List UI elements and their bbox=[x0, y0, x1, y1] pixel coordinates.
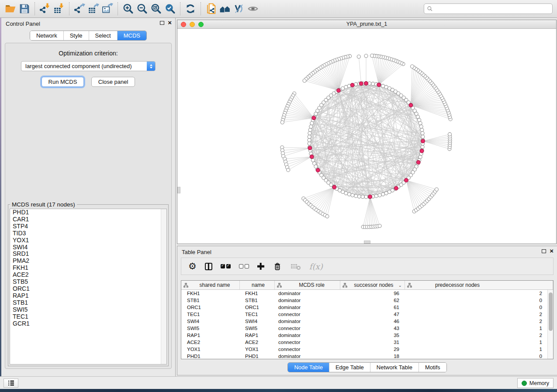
table-cell[interactable]: 1 bbox=[405, 325, 547, 332]
graph-node[interactable] bbox=[381, 193, 385, 196]
network-graph[interactable] bbox=[177, 29, 556, 244]
table-cell[interactable]: 46 bbox=[340, 318, 405, 325]
table-row[interactable]: TEC1TEC1connector472 bbox=[181, 311, 547, 318]
homes-icon[interactable] bbox=[218, 2, 232, 16]
mcds-result-item[interactable]: FKH1 bbox=[10, 265, 166, 272]
graph-node[interactable] bbox=[364, 54, 368, 58]
column-header-shared-name[interactable]: shared name bbox=[181, 281, 240, 289]
tab-motifs[interactable]: Motifs bbox=[419, 363, 446, 372]
table-cell[interactable]: 18 bbox=[340, 353, 405, 359]
graph-hub-node[interactable] bbox=[394, 186, 398, 190]
table-cell[interactable]: 62 bbox=[340, 297, 405, 304]
table-cell[interactable]: SWI5 bbox=[240, 325, 275, 332]
graph-node[interactable] bbox=[378, 193, 381, 197]
table-cell[interactable]: SWI4 bbox=[181, 318, 240, 325]
table-cell[interactable]: RAP1 bbox=[181, 332, 240, 339]
graph-node[interactable] bbox=[374, 194, 378, 198]
tab-mcds[interactable]: MCDS bbox=[117, 31, 146, 40]
minimize-window-light[interactable] bbox=[190, 22, 195, 27]
mcds-result-item[interactable]: RAP1 bbox=[10, 292, 166, 299]
table-cell[interactable]: ORC1 bbox=[240, 304, 275, 311]
table-cell[interactable]: ORC1 bbox=[181, 304, 240, 311]
table-cell[interactable]: connector bbox=[275, 346, 340, 353]
graph-node[interactable] bbox=[325, 215, 329, 218]
graph-node[interactable] bbox=[381, 84, 385, 88]
close-window-light[interactable] bbox=[181, 22, 186, 27]
graph-node[interactable] bbox=[347, 193, 351, 196]
graph-node[interactable] bbox=[420, 128, 424, 132]
memory-button[interactable]: Memory bbox=[517, 378, 554, 388]
import-table-icon[interactable] bbox=[52, 2, 66, 16]
table-scrollbar[interactable] bbox=[547, 290, 553, 359]
graph-node[interactable] bbox=[357, 55, 360, 58]
graph-node[interactable] bbox=[419, 125, 423, 128]
table-cell[interactable]: 29 bbox=[340, 346, 405, 353]
graph-node[interactable] bbox=[357, 195, 361, 198]
column-header-successor-nodes[interactable]: successor nodes⌄ bbox=[340, 281, 405, 289]
table-row[interactable]: SWI5SWI5connector431 bbox=[181, 325, 547, 332]
tab-style[interactable]: Style bbox=[63, 31, 89, 40]
table-cell[interactable]: 61 bbox=[340, 304, 405, 311]
graph-node[interactable] bbox=[368, 82, 371, 85]
table-cell[interactable]: FKH1 bbox=[181, 290, 240, 297]
tab-network-table[interactable]: Network Table bbox=[370, 363, 419, 372]
table-cell[interactable]: TEC1 bbox=[181, 311, 240, 318]
export-table-icon[interactable] bbox=[86, 2, 100, 16]
column-header-MCDS-role[interactable]: MCDS role bbox=[275, 281, 340, 289]
graph-node[interactable] bbox=[421, 135, 425, 138]
table-cell[interactable]: 96 bbox=[340, 290, 405, 297]
split-panel-icon[interactable] bbox=[205, 263, 212, 270]
mcds-result-item[interactable]: PHD1 bbox=[10, 209, 166, 216]
graph-node[interactable] bbox=[280, 120, 284, 124]
zoom-fit-icon[interactable] bbox=[149, 2, 163, 16]
table-cell[interactable]: 1 bbox=[405, 339, 547, 346]
graph-node[interactable] bbox=[303, 79, 306, 83]
network-document-icon[interactable] bbox=[204, 2, 218, 16]
table-cell[interactable]: 0 bbox=[405, 353, 547, 359]
graph-hub-node[interactable] bbox=[416, 160, 420, 164]
search-input[interactable] bbox=[433, 4, 552, 13]
tab-network[interactable]: Network bbox=[30, 31, 63, 40]
graph-hub-node[interactable] bbox=[421, 139, 425, 143]
graph-node[interactable] bbox=[364, 195, 368, 199]
graph-hub-node[interactable] bbox=[359, 82, 363, 86]
table-cell[interactable]: dominator bbox=[275, 290, 340, 297]
table-cell[interactable]: 0 bbox=[405, 297, 547, 304]
select-all-icon[interactable] bbox=[221, 264, 231, 268]
graph-node[interactable] bbox=[411, 65, 414, 68]
column-header-predecessor-nodes[interactable]: predecessor nodes bbox=[405, 281, 553, 289]
table-cell[interactable]: connector bbox=[275, 311, 340, 318]
table-cell[interactable]: TEC1 bbox=[240, 311, 275, 318]
graph-node[interactable] bbox=[419, 121, 422, 125]
table-cell[interactable]: connector bbox=[275, 339, 340, 346]
graph-node[interactable] bbox=[308, 135, 311, 138]
graph-hub-node[interactable] bbox=[337, 89, 341, 93]
close-panel-button[interactable]: Close panel bbox=[91, 77, 135, 87]
graph-node[interactable] bbox=[418, 118, 421, 122]
run-mcds-button[interactable]: Run MCDS bbox=[42, 77, 84, 87]
graph-node[interactable] bbox=[308, 128, 312, 132]
bottom-scroll-nub[interactable] bbox=[364, 241, 370, 244]
export-image-icon[interactable] bbox=[100, 2, 114, 16]
zoom-out-icon[interactable] bbox=[135, 2, 149, 16]
folder-open-icon[interactable] bbox=[3, 2, 17, 16]
graph-hub-node[interactable] bbox=[310, 155, 314, 159]
graph-hub-node[interactable] bbox=[312, 116, 316, 120]
table-cell[interactable]: PHD1 bbox=[240, 353, 275, 359]
table-cell[interactable]: SWI4 bbox=[240, 318, 275, 325]
zoom-in-icon[interactable] bbox=[121, 2, 135, 16]
table-cell[interactable]: 0 bbox=[405, 304, 547, 311]
graph-node[interactable] bbox=[309, 125, 313, 128]
result-scrollbar[interactable] bbox=[161, 209, 166, 364]
network-canvas[interactable] bbox=[177, 29, 556, 244]
import-network-icon[interactable] bbox=[38, 2, 52, 16]
table-cell[interactable]: RAP1 bbox=[240, 332, 275, 339]
close-panel-icon[interactable]: × bbox=[168, 21, 172, 25]
mcds-result-item[interactable]: STP4 bbox=[10, 223, 166, 230]
graph-node[interactable] bbox=[311, 158, 315, 162]
table-cell[interactable]: ACE2 bbox=[240, 339, 275, 346]
graph-node[interactable] bbox=[384, 192, 388, 195]
table-cell[interactable]: 47 bbox=[340, 311, 405, 318]
table-cell[interactable]: 35 bbox=[340, 332, 405, 339]
mcds-result-item[interactable]: SRD1 bbox=[10, 251, 166, 258]
